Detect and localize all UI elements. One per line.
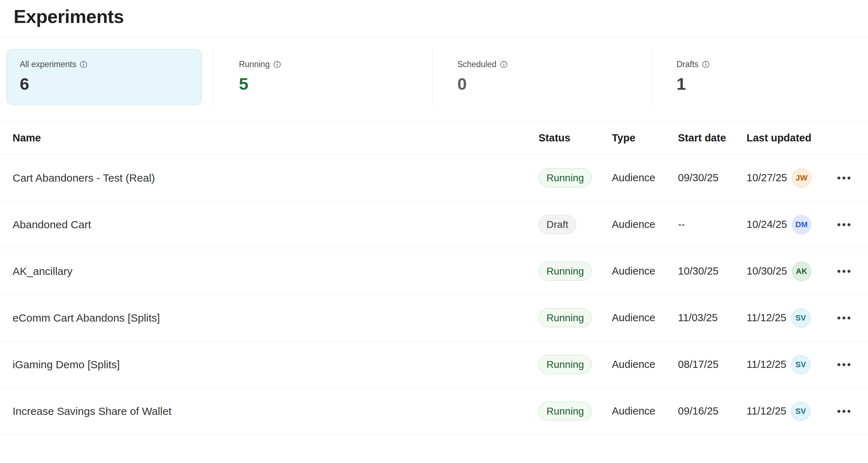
info-icon[interactable] xyxy=(702,61,710,68)
avatar[interactable]: AK xyxy=(792,262,811,281)
experiment-type: Audience xyxy=(612,405,678,417)
avatar[interactable]: SV xyxy=(791,308,811,328)
table-row[interactable]: Abandoned Cart Draft Audience -- 10/24/2… xyxy=(0,201,868,248)
avatar[interactable]: SV xyxy=(791,355,811,374)
ellipsis-icon xyxy=(837,223,840,226)
ellipsis-icon xyxy=(837,363,840,366)
column-header-start-date: Start date xyxy=(678,132,747,144)
last-updated-date: 11/12/25 xyxy=(747,405,786,417)
stat-card-scheduled[interactable]: Scheduled 0 xyxy=(433,49,651,105)
column-header-type: Type xyxy=(612,132,678,144)
avatar[interactable]: DM xyxy=(792,215,811,234)
last-updated-date: 10/24/25 xyxy=(747,219,787,230)
row-actions-button[interactable] xyxy=(835,406,853,417)
ellipsis-icon xyxy=(837,410,840,413)
last-updated-date: 10/27/25 xyxy=(747,172,787,184)
start-date: 11/03/25 xyxy=(678,312,747,324)
table-row[interactable]: Cart Abandoners - Test (Real) Running Au… xyxy=(0,155,868,201)
experiment-name[interactable]: Cart Abandoners - Test (Real) xyxy=(13,172,539,184)
info-icon[interactable] xyxy=(273,61,281,68)
start-date: -- xyxy=(678,219,747,230)
experiment-name[interactable]: Abandoned Cart xyxy=(13,219,539,231)
avatar[interactable]: JW xyxy=(792,168,811,188)
info-icon[interactable] xyxy=(500,61,508,68)
experiment-name[interactable]: Increase Savings Share of Wallet xyxy=(13,405,539,417)
experiment-type: Audience xyxy=(612,219,678,230)
avatar[interactable]: SV xyxy=(791,402,811,421)
stat-card-drafts[interactable]: Drafts 1 xyxy=(652,49,868,105)
experiment-type: Audience xyxy=(612,359,678,370)
experiment-name[interactable]: iGaming Demo [Splits] xyxy=(13,359,539,371)
last-updated-date: 11/12/25 xyxy=(747,312,786,324)
status-badge: Draft xyxy=(539,215,576,234)
info-icon[interactable] xyxy=(80,61,87,68)
row-actions-button[interactable] xyxy=(835,266,853,277)
stat-label: Scheduled xyxy=(457,60,497,69)
status-badge: Running xyxy=(539,355,592,374)
status-badge: Running xyxy=(539,168,592,188)
last-updated-date: 10/30/25 xyxy=(747,265,787,277)
row-actions-button[interactable] xyxy=(835,312,853,324)
table-body: Cart Abandoners - Test (Real) Running Au… xyxy=(0,155,868,435)
row-actions-button[interactable] xyxy=(835,219,853,230)
stat-value: 6 xyxy=(20,74,189,94)
row-actions-button[interactable] xyxy=(835,359,853,370)
column-header-name: Name xyxy=(13,132,539,144)
start-date: 08/17/25 xyxy=(678,359,747,370)
status-badge: Running xyxy=(539,308,592,328)
stat-label: Drafts xyxy=(677,60,698,69)
ellipsis-icon xyxy=(837,317,840,319)
status-badge: Running xyxy=(539,402,592,421)
stat-value: 1 xyxy=(677,74,868,94)
table-header: Name Status Type Start date Last updated xyxy=(0,121,868,155)
ellipsis-icon xyxy=(837,270,840,273)
table-row[interactable]: AK_ancillary Running Audience 10/30/25 1… xyxy=(0,248,868,295)
last-updated-date: 11/12/25 xyxy=(747,359,786,370)
stat-label: All experiments xyxy=(20,60,76,69)
experiment-name[interactable]: eComm Cart Abandons [Splits] xyxy=(13,312,539,324)
stats-row: All experiments 6 Running 5 xyxy=(0,49,868,105)
experiment-type: Audience xyxy=(612,172,678,184)
experiment-type: Audience xyxy=(612,265,678,277)
stat-card-all-experiments[interactable]: All experiments 6 xyxy=(6,49,202,105)
experiment-name[interactable]: AK_ancillary xyxy=(13,265,539,277)
stat-label: Running xyxy=(239,60,270,69)
column-header-last-updated: Last updated xyxy=(747,132,829,144)
page-title: Experiments xyxy=(14,6,868,27)
column-header-status: Status xyxy=(539,132,612,144)
start-date: 09/16/25 xyxy=(678,405,747,417)
stat-card-running[interactable]: Running 5 xyxy=(214,49,432,105)
ellipsis-icon xyxy=(837,177,840,179)
status-badge: Running xyxy=(539,262,592,281)
page-header: Experiments xyxy=(0,0,868,37)
row-actions-button[interactable] xyxy=(835,172,853,184)
stat-value: 5 xyxy=(239,74,432,94)
experiments-table: Name Status Type Start date Last updated… xyxy=(0,121,868,435)
start-date: 10/30/25 xyxy=(678,265,747,277)
experiment-type: Audience xyxy=(612,312,678,324)
table-row[interactable]: iGaming Demo [Splits] Running Audience 0… xyxy=(0,341,868,388)
table-row[interactable]: Increase Savings Share of Wallet Running… xyxy=(0,388,868,435)
stat-value: 0 xyxy=(457,74,651,94)
start-date: 09/30/25 xyxy=(678,172,747,184)
table-row[interactable]: eComm Cart Abandons [Splits] Running Aud… xyxy=(0,295,868,341)
